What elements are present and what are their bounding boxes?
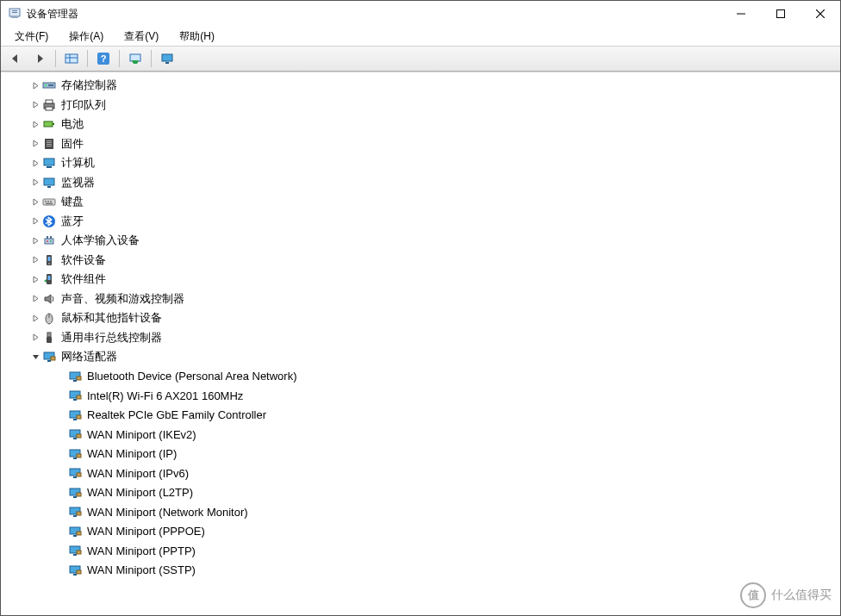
svg-rect-40 [45,239,53,244]
chevron-right-icon[interactable] [28,195,42,208]
svg-text:?: ? [101,53,107,64]
svg-rect-55 [47,360,51,362]
tree-device[interactable]: WAN Miniport (L2TP) [1,483,840,503]
svg-rect-86 [77,551,81,554]
scan-hardware-button[interactable] [124,47,146,70]
expander-spacer [54,370,68,383]
usb-icon [42,331,56,345]
tree-device[interactable]: WAN Miniport (SSTP) [1,561,840,581]
expander-spacer [54,505,68,519]
tree-category[interactable]: 软件组件 [1,270,840,289]
tree-category[interactable]: 电池 [1,115,840,134]
tree-category-label: 计算机 [59,155,97,171]
menu-help[interactable]: 帮助(H) [171,28,223,46]
tree-category-label: 软件组件 [59,271,108,287]
network-adapter-icon [68,408,82,422]
tree-category-label: 鼠标和其他指针设备 [59,310,164,326]
tree-device[interactable]: Intel(R) Wi-Fi 6 AX201 160MHz [1,386,840,406]
tree-device[interactable]: WAN Miniport (IKEv2) [1,425,840,445]
svg-rect-67 [73,438,77,439]
device-tree[interactable]: 存储控制器打印队列电池固件计算机监视器键盘蓝牙人体学输入设备软件设备软件组件声音… [1,72,840,615]
storage-controller-icon [42,78,56,92]
chevron-right-icon[interactable] [28,292,42,306]
menubar: 文件(F) 操作(A) 查看(V) 帮助(H) [1,27,840,46]
hid-icon [42,233,56,247]
tree-device[interactable]: WAN Miniport (Network Monitor) [1,502,840,522]
chevron-right-icon[interactable] [28,137,42,151]
minimize-button[interactable] [721,1,761,27]
chevron-right-icon[interactable] [28,233,42,247]
network-adapter-icon [68,486,82,500]
svg-rect-19 [48,84,53,86]
expander-spacer [54,486,68,500]
help-button[interactable]: ? [92,47,115,70]
svg-rect-88 [73,574,77,576]
tree-device-label: WAN Miniport (PPPOE) [85,525,207,538]
tree-device[interactable]: Realtek PCIe GbE Family Controller [1,406,840,426]
tree-device[interactable]: WAN Miniport (PPTP) [1,541,840,561]
chevron-right-icon[interactable] [28,331,42,345]
show-hidden-button[interactable] [60,47,83,70]
tree-category[interactable]: 打印队列 [1,96,840,115]
tree-category-label: 通用串行总线控制器 [59,330,164,345]
tree-category[interactable]: 计算机 [1,153,840,173]
keyboard-icon [42,195,56,208]
chevron-right-icon[interactable] [28,176,42,190]
svg-rect-24 [53,123,54,125]
svg-rect-83 [77,532,81,535]
tree-category-label: 监视器 [59,175,97,190]
svg-rect-56 [51,357,55,360]
svg-rect-33 [47,186,51,188]
monitor-device-icon [42,176,56,190]
chevron-right-icon[interactable] [28,253,42,267]
tree-device[interactable]: WAN Miniport (IPv6) [1,464,840,483]
tree-category[interactable]: 存储控制器 [1,76,840,96]
svg-rect-68 [77,434,81,438]
tree-category-label: 存储控制器 [59,78,119,93]
tree-device-label: Intel(R) Wi-Fi 6 AX201 160MHz [85,389,245,402]
svg-rect-36 [47,201,49,202]
chevron-right-icon[interactable] [28,215,42,228]
chevron-right-icon[interactable] [28,156,42,170]
svg-rect-41 [47,236,48,239]
svg-rect-46 [48,257,51,261]
svg-rect-5 [777,10,785,18]
svg-rect-49 [48,276,51,280]
printer-icon [42,98,56,112]
chevron-right-icon[interactable] [28,98,42,112]
tree-device[interactable]: Bluetooth Device (Personal Area Network) [1,367,840,387]
tree-category-label: 人体学输入设备 [59,233,141,248]
close-button[interactable] [801,1,840,27]
maximize-button[interactable] [761,1,801,27]
menu-view[interactable]: 查看(V) [115,28,167,46]
tree-category[interactable]: 鼠标和其他指针设备 [1,308,840,328]
chevron-right-icon[interactable] [28,311,42,325]
tree-category[interactable]: 软件设备 [1,251,840,271]
forward-button[interactable] [28,47,51,70]
forward-arrow-icon [33,52,47,65]
tree-category[interactable]: 通用串行总线控制器 [1,328,840,348]
chevron-down-icon[interactable] [28,350,42,364]
toolbar-separator [151,50,152,67]
chevron-right-icon[interactable] [28,272,42,286]
tree-device[interactable]: WAN Miniport (PPPOE) [1,522,840,542]
tree-category[interactable]: 声音、视频和游戏控制器 [1,289,840,309]
monitor-button[interactable] [156,47,178,70]
svg-point-18 [45,84,47,86]
menu-action[interactable]: 操作(A) [60,28,112,46]
tree-category[interactable]: 固件 [1,134,840,154]
svg-rect-23 [44,121,53,127]
tree-category[interactable]: 网络适配器 [1,347,840,367]
chevron-right-icon[interactable] [28,117,42,131]
menu-file[interactable]: 文件(F) [6,28,57,46]
svg-rect-29 [47,146,52,146]
chevron-right-icon[interactable] [28,78,42,92]
svg-rect-64 [73,419,77,420]
tree-category[interactable]: 人体学输入设备 [1,231,840,251]
tree-category[interactable]: 键盘 [1,192,840,212]
tree-category[interactable]: 监视器 [1,173,840,193]
back-button[interactable] [4,47,27,70]
tree-category-label: 声音、视频和游戏控制器 [59,291,186,307]
tree-category[interactable]: 蓝牙 [1,212,840,232]
tree-device[interactable]: WAN Miniport (IP) [1,445,840,464]
